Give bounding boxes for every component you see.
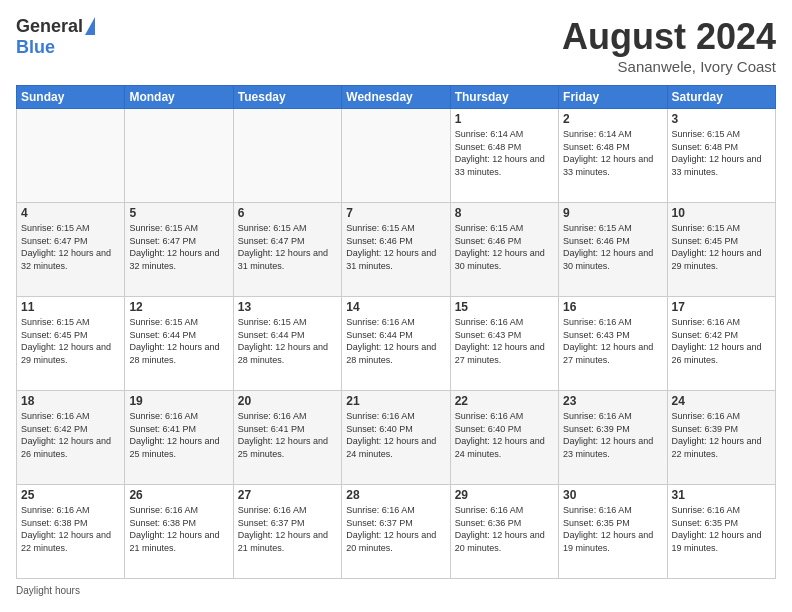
- day-detail: Sunrise: 6:14 AMSunset: 6:48 PMDaylight:…: [455, 128, 554, 178]
- day-number: 5: [129, 206, 228, 220]
- table-row: 30Sunrise: 6:16 AMSunset: 6:35 PMDayligh…: [559, 485, 667, 579]
- table-row: [17, 109, 125, 203]
- logo-text: General: [16, 16, 95, 37]
- calendar-week-row: 25Sunrise: 6:16 AMSunset: 6:38 PMDayligh…: [17, 485, 776, 579]
- logo-blue-text: Blue: [16, 37, 55, 58]
- day-detail: Sunrise: 6:16 AMSunset: 6:36 PMDaylight:…: [455, 504, 554, 554]
- table-row: 17Sunrise: 6:16 AMSunset: 6:42 PMDayligh…: [667, 297, 775, 391]
- col-saturday: Saturday: [667, 86, 775, 109]
- day-number: 30: [563, 488, 662, 502]
- day-detail: Sunrise: 6:15 AMSunset: 6:46 PMDaylight:…: [563, 222, 662, 272]
- calendar-header-row: Sunday Monday Tuesday Wednesday Thursday…: [17, 86, 776, 109]
- day-number: 27: [238, 488, 337, 502]
- day-detail: Sunrise: 6:16 AMSunset: 6:40 PMDaylight:…: [346, 410, 445, 460]
- day-number: 14: [346, 300, 445, 314]
- footer-text: Daylight hours: [16, 585, 80, 596]
- table-row: 3Sunrise: 6:15 AMSunset: 6:48 PMDaylight…: [667, 109, 775, 203]
- day-number: 12: [129, 300, 228, 314]
- table-row: 16Sunrise: 6:16 AMSunset: 6:43 PMDayligh…: [559, 297, 667, 391]
- table-row: [342, 109, 450, 203]
- table-row: 31Sunrise: 6:16 AMSunset: 6:35 PMDayligh…: [667, 485, 775, 579]
- day-detail: Sunrise: 6:16 AMSunset: 6:39 PMDaylight:…: [672, 410, 771, 460]
- table-row: 1Sunrise: 6:14 AMSunset: 6:48 PMDaylight…: [450, 109, 558, 203]
- day-detail: Sunrise: 6:16 AMSunset: 6:35 PMDaylight:…: [672, 504, 771, 554]
- col-tuesday: Tuesday: [233, 86, 341, 109]
- day-number: 26: [129, 488, 228, 502]
- calendar-week-row: 4Sunrise: 6:15 AMSunset: 6:47 PMDaylight…: [17, 203, 776, 297]
- day-number: 3: [672, 112, 771, 126]
- day-detail: Sunrise: 6:16 AMSunset: 6:37 PMDaylight:…: [346, 504, 445, 554]
- table-row: 24Sunrise: 6:16 AMSunset: 6:39 PMDayligh…: [667, 391, 775, 485]
- day-number: 19: [129, 394, 228, 408]
- calendar-week-row: 18Sunrise: 6:16 AMSunset: 6:42 PMDayligh…: [17, 391, 776, 485]
- table-row: 4Sunrise: 6:15 AMSunset: 6:47 PMDaylight…: [17, 203, 125, 297]
- col-friday: Friday: [559, 86, 667, 109]
- table-row: 18Sunrise: 6:16 AMSunset: 6:42 PMDayligh…: [17, 391, 125, 485]
- table-row: 28Sunrise: 6:16 AMSunset: 6:37 PMDayligh…: [342, 485, 450, 579]
- day-detail: Sunrise: 6:16 AMSunset: 6:43 PMDaylight:…: [455, 316, 554, 366]
- day-detail: Sunrise: 6:16 AMSunset: 6:35 PMDaylight:…: [563, 504, 662, 554]
- col-thursday: Thursday: [450, 86, 558, 109]
- day-detail: Sunrise: 6:16 AMSunset: 6:39 PMDaylight:…: [563, 410, 662, 460]
- day-detail: Sunrise: 6:15 AMSunset: 6:45 PMDaylight:…: [672, 222, 771, 272]
- day-number: 25: [21, 488, 120, 502]
- day-number: 1: [455, 112, 554, 126]
- location-subtitle: Sananwele, Ivory Coast: [562, 58, 776, 75]
- day-number: 11: [21, 300, 120, 314]
- day-detail: Sunrise: 6:16 AMSunset: 6:44 PMDaylight:…: [346, 316, 445, 366]
- table-row: [125, 109, 233, 203]
- day-detail: Sunrise: 6:15 AMSunset: 6:44 PMDaylight:…: [129, 316, 228, 366]
- day-number: 7: [346, 206, 445, 220]
- day-number: 16: [563, 300, 662, 314]
- logo: General Blue: [16, 16, 95, 58]
- table-row: 6Sunrise: 6:15 AMSunset: 6:47 PMDaylight…: [233, 203, 341, 297]
- table-row: 9Sunrise: 6:15 AMSunset: 6:46 PMDaylight…: [559, 203, 667, 297]
- day-detail: Sunrise: 6:15 AMSunset: 6:44 PMDaylight:…: [238, 316, 337, 366]
- day-number: 18: [21, 394, 120, 408]
- day-detail: Sunrise: 6:15 AMSunset: 6:47 PMDaylight:…: [238, 222, 337, 272]
- table-row: 13Sunrise: 6:15 AMSunset: 6:44 PMDayligh…: [233, 297, 341, 391]
- day-number: 23: [563, 394, 662, 408]
- day-number: 10: [672, 206, 771, 220]
- table-row: 12Sunrise: 6:15 AMSunset: 6:44 PMDayligh…: [125, 297, 233, 391]
- day-number: 20: [238, 394, 337, 408]
- day-detail: Sunrise: 6:15 AMSunset: 6:45 PMDaylight:…: [21, 316, 120, 366]
- table-row: 22Sunrise: 6:16 AMSunset: 6:40 PMDayligh…: [450, 391, 558, 485]
- day-number: 13: [238, 300, 337, 314]
- footer: Daylight hours: [16, 585, 776, 596]
- day-detail: Sunrise: 6:16 AMSunset: 6:42 PMDaylight:…: [21, 410, 120, 460]
- day-detail: Sunrise: 6:16 AMSunset: 6:38 PMDaylight:…: [129, 504, 228, 554]
- day-detail: Sunrise: 6:16 AMSunset: 6:38 PMDaylight:…: [21, 504, 120, 554]
- table-row: 10Sunrise: 6:15 AMSunset: 6:45 PMDayligh…: [667, 203, 775, 297]
- day-detail: Sunrise: 6:16 AMSunset: 6:43 PMDaylight:…: [563, 316, 662, 366]
- table-row: 2Sunrise: 6:14 AMSunset: 6:48 PMDaylight…: [559, 109, 667, 203]
- day-number: 9: [563, 206, 662, 220]
- day-detail: Sunrise: 6:16 AMSunset: 6:40 PMDaylight:…: [455, 410, 554, 460]
- table-row: 15Sunrise: 6:16 AMSunset: 6:43 PMDayligh…: [450, 297, 558, 391]
- table-row: 23Sunrise: 6:16 AMSunset: 6:39 PMDayligh…: [559, 391, 667, 485]
- day-number: 2: [563, 112, 662, 126]
- title-block: August 2024 Sananwele, Ivory Coast: [562, 16, 776, 75]
- day-detail: Sunrise: 6:15 AMSunset: 6:47 PMDaylight:…: [129, 222, 228, 272]
- calendar-week-row: 1Sunrise: 6:14 AMSunset: 6:48 PMDaylight…: [17, 109, 776, 203]
- col-monday: Monday: [125, 86, 233, 109]
- day-detail: Sunrise: 6:15 AMSunset: 6:46 PMDaylight:…: [455, 222, 554, 272]
- day-number: 21: [346, 394, 445, 408]
- day-number: 29: [455, 488, 554, 502]
- day-detail: Sunrise: 6:15 AMSunset: 6:46 PMDaylight:…: [346, 222, 445, 272]
- calendar-week-row: 11Sunrise: 6:15 AMSunset: 6:45 PMDayligh…: [17, 297, 776, 391]
- table-row: 11Sunrise: 6:15 AMSunset: 6:45 PMDayligh…: [17, 297, 125, 391]
- day-number: 15: [455, 300, 554, 314]
- day-number: 28: [346, 488, 445, 502]
- day-number: 17: [672, 300, 771, 314]
- day-detail: Sunrise: 6:16 AMSunset: 6:42 PMDaylight:…: [672, 316, 771, 366]
- calendar-table: Sunday Monday Tuesday Wednesday Thursday…: [16, 85, 776, 579]
- logo-triangle-icon: [85, 17, 95, 35]
- day-number: 8: [455, 206, 554, 220]
- day-number: 6: [238, 206, 337, 220]
- month-title: August 2024: [562, 16, 776, 58]
- day-detail: Sunrise: 6:15 AMSunset: 6:48 PMDaylight:…: [672, 128, 771, 178]
- table-row: 26Sunrise: 6:16 AMSunset: 6:38 PMDayligh…: [125, 485, 233, 579]
- col-wednesday: Wednesday: [342, 86, 450, 109]
- logo-general-text: General: [16, 16, 83, 37]
